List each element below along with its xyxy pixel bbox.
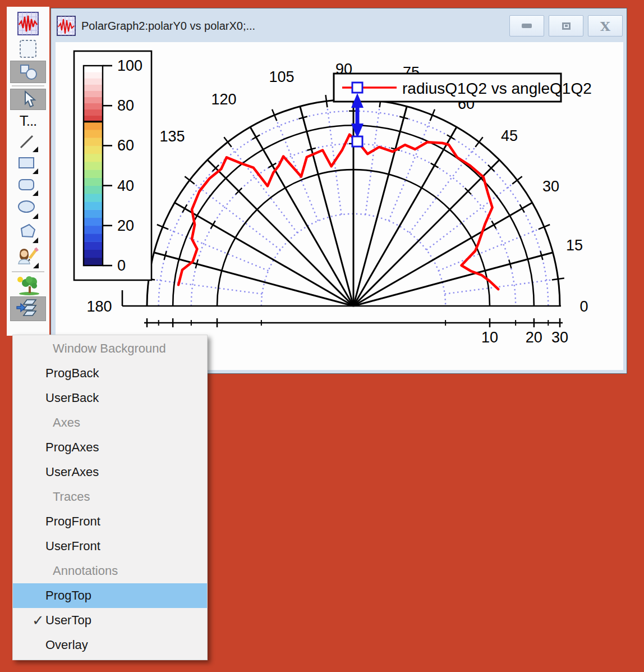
text-tool-label: T...	[20, 112, 37, 130]
minimize-icon	[522, 24, 532, 28]
menu-item-axes: Axes	[13, 410, 207, 435]
ellipse-tool-button[interactable]	[10, 198, 46, 221]
flyout-triangle-icon	[33, 237, 38, 243]
menu-item-progaxes[interactable]: ProgAxes	[13, 435, 207, 460]
menu-item-window-background: Window Background	[13, 336, 207, 361]
rect-tool-button[interactable]	[10, 154, 46, 176]
layers-tool-button[interactable]	[10, 296, 46, 321]
layers-icon	[16, 298, 40, 319]
restore-button[interactable]	[549, 15, 583, 36]
picture-tool-button[interactable]	[10, 275, 46, 296]
close-icon: X	[600, 20, 610, 33]
graph-tool-button[interactable]	[10, 10, 46, 37]
marquee-icon	[18, 39, 38, 59]
flyout-triangle-icon	[33, 190, 38, 196]
menu-item-usertop[interactable]: ✓UserTop	[13, 608, 207, 633]
person-pencil-icon	[16, 246, 40, 268]
polar-graph-window: PolarGraph2:polarY0 vs polarX0;... X	[50, 8, 627, 374]
cursor-arrow-icon	[19, 90, 37, 108]
close-button[interactable]: X	[588, 15, 623, 36]
restore-icon	[562, 22, 571, 30]
shapes-icon	[17, 62, 39, 82]
marquee-tool-button[interactable]	[10, 38, 46, 60]
graph-window-icon	[57, 16, 76, 36]
shapes-tool-button[interactable]	[10, 61, 46, 83]
menu-item-traces: Traces	[13, 484, 207, 509]
layer-context-menu: Window BackgroundProgBackUserBackAxesPro…	[12, 335, 208, 660]
toolbar-separator	[12, 85, 44, 86]
titlebar[interactable]: PolarGraph2:polarY0 vs polarX0;... X	[55, 11, 623, 40]
rounded-rect-tool-button[interactable]	[10, 176, 46, 198]
rounded-rectangle-icon	[17, 177, 39, 197]
flyout-triangle-icon	[33, 263, 39, 268]
text-tool-button[interactable]: T...	[10, 111, 46, 131]
menu-item-progback[interactable]: ProgBack	[13, 361, 207, 386]
screen: { "window": { "title": "PolarGraph2:pola…	[0, 0, 644, 672]
flyout-triangle-icon	[33, 213, 38, 219]
menu-item-userfront[interactable]: UserFront	[13, 534, 207, 559]
line-icon	[17, 132, 39, 153]
menu-item-overlay[interactable]: Overlay	[13, 633, 207, 657]
ellipse-icon	[17, 199, 39, 220]
flyout-triangle-icon	[33, 168, 38, 174]
toolbar-separator	[12, 271, 44, 272]
tree-sun-icon	[16, 275, 40, 295]
window-title: PolarGraph2:polarY0 vs polarX0;...	[81, 20, 505, 33]
blue-arrow-icon	[17, 304, 25, 312]
menu-item-progtop[interactable]: ProgTop	[13, 583, 207, 608]
freehand-draw-tool-button[interactable]	[10, 245, 46, 269]
checkmark-icon: ✓	[32, 612, 44, 629]
menu-item-useraxes[interactable]: UserAxes	[13, 460, 207, 484]
menu-item-progfront[interactable]: ProgFront	[13, 509, 207, 534]
rectangle-icon	[17, 155, 39, 175]
polygon-icon	[17, 222, 39, 244]
flyout-triangle-icon	[33, 147, 38, 152]
drawing-toolbar: T...	[7, 7, 49, 336]
arrow-tool-button[interactable]	[10, 89, 46, 110]
menu-item-userback[interactable]: UserBack	[13, 386, 207, 410]
graph-content-area	[56, 42, 623, 370]
polygon-tool-button[interactable]	[10, 221, 46, 245]
graph-icon	[17, 11, 39, 36]
minimize-button[interactable]	[509, 15, 544, 36]
menu-item-annotations: Annotations	[13, 559, 207, 583]
line-tool-button[interactable]	[10, 131, 46, 154]
